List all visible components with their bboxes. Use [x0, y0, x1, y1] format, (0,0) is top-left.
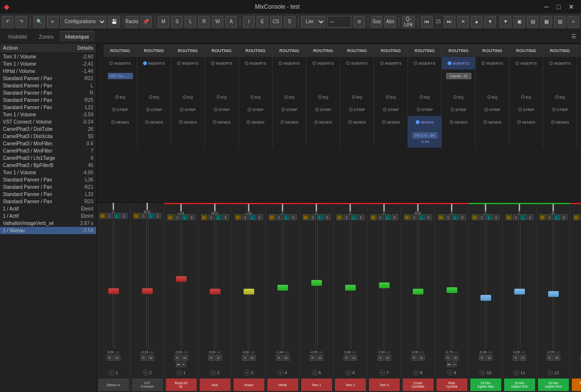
strip-cell-1[interactable]: STRIP: [137, 103, 171, 116]
spin-up[interactable]: ▲: [471, 16, 482, 28]
s-btn-6[interactable]: S: [310, 214, 316, 220]
tp2-2[interactable]: ●: [181, 362, 186, 367]
e-btn-7[interactable]: E: [358, 214, 364, 220]
eq-cell-14[interactable]: EQ: [577, 91, 581, 103]
fader-handle-6[interactable]: [311, 280, 322, 286]
strip-cell-3[interactable]: STRIP: [205, 103, 239, 116]
s-btn-3[interactable]: S: [208, 214, 215, 220]
r-btn-10[interactable]: R: [445, 355, 451, 361]
eq-cell-3[interactable]: EQ: [205, 91, 239, 103]
namebox-14[interactable]: Performer Rec: [572, 378, 581, 391]
sends-cell-13[interactable]: SENDS: [543, 116, 577, 128]
r-btn-3[interactable]: R: [208, 355, 215, 361]
panel-toggle[interactable]: ▼: [500, 16, 511, 28]
fader-handle-13[interactable]: [548, 291, 559, 297]
fader-6[interactable]: [300, 221, 333, 350]
s-btn-12[interactable]: S: [513, 214, 519, 220]
insert-cell-11[interactable]: INSERTS: [476, 57, 509, 70]
w-button[interactable]: W: [212, 16, 223, 28]
sidebar-item-16[interactable]: Tom 1 / Volume -4.95: [0, 169, 96, 176]
s2-button[interactable]: S: [284, 16, 295, 28]
e-btn-12[interactable]: E: [527, 214, 534, 220]
fader-7[interactable]: [334, 221, 367, 350]
more2[interactable]: »: [567, 16, 579, 28]
link-12[interactable]: ∞: [513, 370, 519, 376]
strip-cell-5[interactable]: STRIP: [273, 103, 306, 116]
sidebar-item-19[interactable]: Standard Panner / Pan L33: [0, 191, 96, 198]
namebox-7[interactable]: Tom 2: [335, 378, 366, 391]
m-btn-3[interactable]: M: [201, 214, 207, 220]
fader-3[interactable]: [198, 221, 232, 350]
qlink-button[interactable]: Q-Link: [402, 16, 415, 28]
s-button[interactable]: S: [171, 16, 183, 28]
strip-cell-14[interactable]: STRIP: [577, 103, 581, 116]
fader-13[interactable]: [537, 221, 570, 350]
fx-cell-9[interactable]: FX 1-V...64 -2.54: [408, 128, 442, 148]
sends-cell-14[interactable]: SENDS: [577, 116, 581, 128]
m-button[interactable]: M: [158, 16, 169, 28]
link-9[interactable]: ∞: [413, 370, 419, 376]
sidebar-item-14[interactable]: CamelPhat3 / Lfo1Targe 9: [0, 154, 96, 162]
namebox-0[interactable]: Stereo In: [98, 378, 129, 391]
link-8[interactable]: ∞: [379, 370, 385, 376]
m-btn-4[interactable]: M: [235, 214, 241, 220]
lier-select[interactable]: Lier: [301, 16, 325, 28]
sidebar-item-1[interactable]: Tom 1 / Volume -2.41: [0, 60, 96, 68]
sidebar-item-10[interactable]: CamelPhat3 / DistTube 26: [0, 126, 96, 133]
r-btn-0[interactable]: R: [107, 355, 113, 361]
r-btn-4[interactable]: R: [242, 355, 248, 361]
window-controls[interactable]: ─ □ ✕: [541, 2, 577, 12]
namebox-5[interactable]: HiHat: [267, 378, 298, 391]
m-btn-12[interactable]: M: [506, 214, 512, 220]
l-btn-7[interactable]: L: [351, 214, 357, 220]
insert-cell-12[interactable]: INSERTS: [509, 57, 543, 70]
w-btn-7[interactable]: W: [351, 355, 357, 361]
fader-handle-10[interactable]: [447, 287, 457, 293]
link-4[interactable]: ∞: [244, 370, 250, 376]
sends-cell-9[interactable]: SENDS: [408, 116, 442, 128]
configurations-select[interactable]: Configurations: [60, 16, 106, 28]
fader-handle-2[interactable]: [176, 276, 187, 282]
sidebar-item-13[interactable]: CamelPhat3 / MmFilter 7: [0, 147, 96, 154]
e-btn-4[interactable]: E: [257, 214, 263, 220]
sidebar-item-2[interactable]: HiHat / Volume -1.46: [0, 68, 96, 75]
sidebar-item-11[interactable]: CamelPhat3 / DistXcita 55: [0, 133, 96, 140]
undo-button[interactable]: ↶: [2, 16, 14, 28]
fader-12[interactable]: [503, 221, 536, 350]
tab-visibilite[interactable]: Visibilité: [2, 32, 33, 42]
link-6[interactable]: ∞: [312, 370, 318, 376]
sidebar-item-23[interactable]: ValhallaVintageVerb_xé 3.87 s: [0, 220, 96, 227]
insert-cell-6[interactable]: INSERTS: [306, 57, 340, 70]
eq-cell-10[interactable]: EQ: [442, 91, 476, 103]
w-btn-10[interactable]: W: [452, 355, 459, 361]
vst-insert-btn[interactable]: VST Co...SE: [108, 73, 133, 79]
eq-cell-8[interactable]: EQ: [374, 91, 408, 103]
eq-cell-0[interactable]: EQ: [103, 91, 137, 103]
l-btn-10[interactable]: L: [452, 214, 459, 220]
insert-cell-7[interactable]: INSERTS: [340, 57, 374, 70]
sidebar-item-20[interactable]: Standard Panner / Pan R23: [0, 198, 96, 205]
l-btn-13[interactable]: L: [554, 214, 560, 220]
m-btn-5[interactable]: M: [269, 214, 275, 220]
sends-cell-3[interactable]: SENDS: [205, 116, 239, 128]
w-btn-12[interactable]: W: [520, 355, 526, 361]
eq-cell-2[interactable]: EQ: [171, 91, 205, 103]
link-11[interactable]: ∞: [479, 370, 485, 376]
link-5[interactable]: ∞: [278, 370, 284, 376]
s-btn-13[interactable]: S: [547, 214, 553, 220]
link-13[interactable]: ∞: [547, 370, 553, 376]
m-btn-11[interactable]: M: [472, 214, 478, 220]
fader-handle-7[interactable]: [345, 285, 356, 291]
pin-button[interactable]: 📌: [140, 16, 152, 28]
fader-10[interactable]: [435, 221, 468, 350]
insert-cell-8[interactable]: INSERTS: [374, 57, 408, 70]
namebox-6[interactable]: Tom 1: [301, 378, 332, 391]
list-button[interactable]: ≡: [47, 16, 58, 28]
e-button[interactable]: E: [257, 16, 268, 28]
r-button[interactable]: R: [198, 16, 210, 28]
fader-handle-3[interactable]: [210, 289, 220, 294]
m-btn-2[interactable]: M: [167, 214, 174, 220]
cs-button[interactable]: CS: [270, 16, 282, 28]
sidebar-item-3[interactable]: Standard Panner / Pan R22: [0, 75, 96, 82]
namebox-12[interactable]: 29 Min Jupiter-EGi: [504, 378, 535, 391]
